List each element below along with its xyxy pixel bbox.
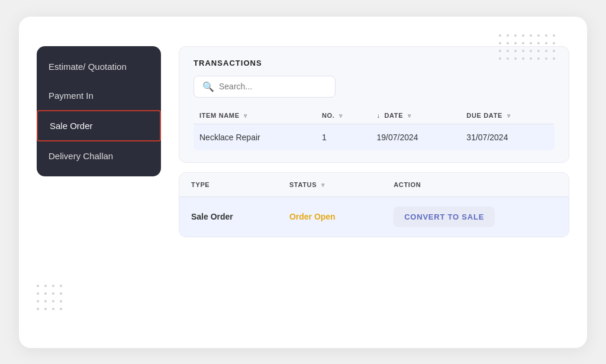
details-table: TYPE STATUS ▿ ACTION Sale Order: [179, 173, 569, 237]
filter-date-icon[interactable]: ▿: [408, 112, 411, 119]
sidebar-item-payment-in[interactable]: Payment In: [37, 81, 161, 110]
sidebar-item-sale-order[interactable]: Sale Order: [37, 110, 161, 141]
transactions-header-row: ITEM NAME ▿ NO. ▿ ↓ DATE ▿: [194, 107, 555, 124]
table-row[interactable]: Necklace Repair 1 19/07/2024 31/07/2024: [194, 124, 555, 150]
col-type: TYPE: [179, 173, 278, 197]
details-panel: TYPE STATUS ▿ ACTION Sale Order: [179, 172, 569, 237]
col-action: ACTION: [382, 173, 569, 197]
col-status: STATUS ▿: [278, 173, 382, 197]
transactions-panel: TRANSACTIONS 🔍 ITEM NAME ▿ NO. ▿: [179, 46, 569, 163]
cell-due-date: 31/07/2024: [460, 124, 555, 150]
col-due-date: DUE DATE ▿: [460, 107, 555, 124]
sidebar-item-delivery-challan[interactable]: Delivery Challan: [37, 141, 161, 170]
cell-status: Order Open: [278, 197, 382, 237]
filter-item-name-icon[interactable]: ▿: [244, 112, 247, 119]
transactions-table: ITEM NAME ▿ NO. ▿ ↓ DATE ▿: [194, 107, 555, 150]
content-area: TRANSACTIONS 🔍 ITEM NAME ▿ NO. ▿: [179, 46, 569, 237]
cell-date: 19/07/2024: [370, 124, 460, 150]
col-no: NO. ▿: [316, 107, 371, 124]
sidebar-item-estimate-quotation[interactable]: Estimate/ Quotation: [37, 52, 161, 81]
details-header-row: TYPE STATUS ▿ ACTION: [179, 173, 569, 197]
filter-status-icon[interactable]: ▿: [321, 182, 325, 188]
col-date: ↓ DATE ▿: [370, 107, 460, 124]
filter-due-date-icon[interactable]: ▿: [507, 112, 511, 119]
main-container: Estimate/ Quotation Payment In Sale Orde…: [19, 17, 587, 348]
cell-type: Sale Order: [179, 197, 278, 237]
sidebar: Estimate/ Quotation Payment In Sale Orde…: [37, 46, 161, 176]
col-item-name: ITEM NAME ▿: [194, 107, 316, 124]
cell-no: 1: [316, 124, 371, 150]
convert-to-sale-button[interactable]: CONVERT TO SALE: [394, 207, 495, 227]
status-badge: Order Open: [289, 212, 336, 221]
details-row: Sale Order Order Open CONVERT TO SALE: [179, 197, 569, 237]
search-box[interactable]: 🔍: [194, 76, 336, 98]
cell-action: CONVERT TO SALE: [382, 197, 569, 237]
decorative-dots-top-right: [499, 34, 557, 62]
sort-date-icon[interactable]: ↓: [376, 112, 380, 119]
search-icon: 🔍: [202, 81, 214, 92]
decorative-dots-bottom-left: [37, 285, 65, 313]
filter-no-icon[interactable]: ▿: [339, 112, 343, 119]
cell-item-name: Necklace Repair: [194, 124, 316, 150]
search-input[interactable]: [219, 82, 327, 91]
